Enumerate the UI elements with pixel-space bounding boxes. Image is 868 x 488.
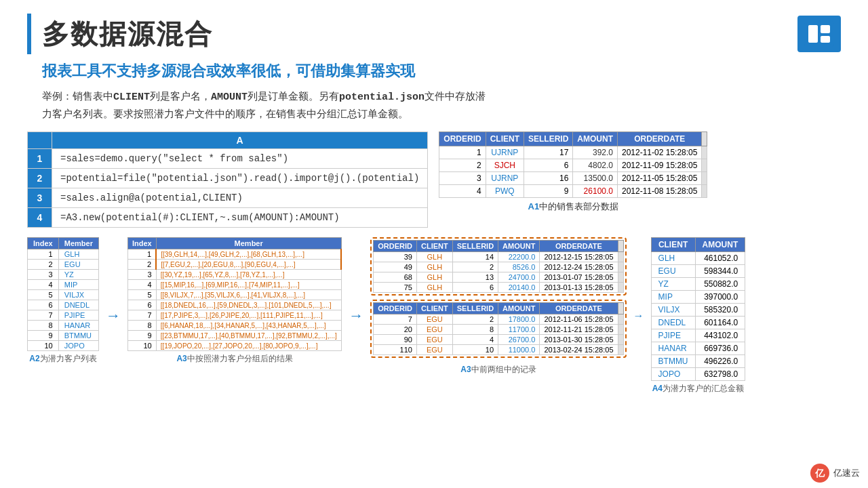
formula-cell: =potential=file("potential.json").read()… [52,169,428,188]
page-title: 多数据源混合 [42,16,213,53]
a3-member: [[19,JOPO,20,...],[27,JOPO,20,...],[80,J… [156,341,341,351]
a4-client: VILJX [651,304,695,317]
scrollbar-cell [618,314,623,325]
table-row: YZ 550882.0 [651,278,745,291]
a3-member: [[8,VILJX,7,...],[35,VILJX,6,...],[41,VI… [156,290,341,300]
potential-member: DNEDL [58,300,98,310]
table-row: 49 GLH 2 8526.0 2012-12-24 15:28:05 [374,262,623,272]
list-item: 6 [[18,DNEDL,16,...],[59,DNEDL,3,...],[1… [127,300,341,310]
rec-amount: 22200.0 [498,252,540,262]
potential-index: 10 [28,341,59,351]
list-item: 9 [[23,BTMMU,17,...],[40,BTMMU,17,...],[… [127,331,341,341]
potential-caption-blue: A2 [29,354,39,363]
sales-orderdate: 2012-11-05 15:28:05 [618,172,702,185]
arrow-3: → [633,310,644,322]
sales-col-orderdate: ORDERDATE [618,132,702,146]
table-row: GLH 461052.0 [651,252,745,265]
a3-member: [[6,HANAR,18,...],[34,HANAR,5,...],[43,H… [156,321,341,331]
brand-logo: 亿 [810,464,829,483]
potential-index: 8 [28,321,59,331]
list-item: 7 [[17,PJIPE,3,...],[26,PJIPE,20,...],[1… [127,310,341,321]
sales-orderdate: 2012-11-09 15:28:05 [618,159,702,172]
record-col: CLIENT [416,241,452,252]
a3-col-index: Index [127,238,156,249]
a3-group1-table: ORDERIDCLIENTSELLERIDAMOUNTORDERDATE 39 … [373,240,623,293]
a3-index: 8 [127,321,156,331]
rec-orderid: 90 [374,335,417,345]
rec-sellerid: 6 [452,283,498,293]
a4-caption: A4为潜力客户的汇总金额 [651,383,746,394]
potential-index: 7 [28,310,59,321]
sales-amount: 392.0 [573,146,618,159]
rec-orderdate: 2012-12-15 15:28:05 [540,252,618,262]
rec-amount: 11000.0 [498,345,540,355]
a3-member: [[30,YZ,19,...],[65,YZ,8,...],[78,YZ,1,.… [156,270,341,280]
a4-amount: 632798.0 [695,368,745,381]
sales-row: 4 PWQ 9 26100.0 2012-11-08 15:28:05 [439,185,707,198]
title-bar [27,14,31,54]
potential-index: 3 [28,270,59,280]
formula-cell: =A3.new(potential(#):CLIENT,~.sum(AMOUNT… [52,208,428,228]
svg-text:亿: 亿 [814,468,825,479]
list-item: 7 PJIPE [28,310,99,321]
potential-caption-text: 为潜力客户列表 [40,354,97,363]
scrollbar-cell [618,345,623,355]
sales-col-orderid: ORDERID [439,132,486,146]
formula-row: 1 =sales=demo.query("select * from sales… [28,149,428,169]
rec-sellerid: 2 [452,314,498,325]
rec-orderid: 20 [374,325,417,335]
potential-index: 1 [28,249,59,260]
a3-index: 4 [127,280,156,290]
potential-member: MIP [58,280,98,290]
a3-grouped-caption: A3中按照潜力客户分组后的结果 [127,353,342,365]
record-col: AMOUNT [498,241,540,252]
list-item: 3 YZ [28,270,99,280]
table-row: VILJX 585320.0 [651,304,745,317]
sales-orderdate: 2012-11-08 15:28:05 [618,185,702,198]
a4-client: MIP [651,291,695,304]
a3-member: [[15,MIP,16,...],[69,MIP,16,...],[74,MIP… [156,280,341,290]
table-row: 90 EGU 4 26700.0 2013-01-30 15:28:05 [374,335,623,345]
rec-amount: 26700.0 [498,335,540,345]
scrollbar-cell [618,283,623,293]
formula-row-num: 1 [28,149,52,169]
list-item: 4 [[15,MIP,16,...],[69,MIP,16,...],[74,M… [127,280,341,290]
a3-member: [[23,BTMMU,17,...],[40,BTMMU,17,...],[92… [156,331,341,341]
potential-caption: A2为潜力客户列表 [27,353,99,365]
scrollbar-cell [702,159,707,172]
sales-row: 2 SJCH 6 4802.0 2012-11-09 15:28:05 [439,159,707,172]
rec-client: GLH [416,252,452,262]
table-row: BTMMU 496226.0 [651,355,745,368]
subtitle: 报表工具不支持多源混合或效率很低，可借助集算器实现 [42,61,841,81]
record-col: CLIENT [416,303,452,314]
list-item: 5 VILJX [28,290,99,300]
rec-orderdate: 2013-01-13 15:28:05 [540,283,618,293]
list-item: 1 [[39,GLH,14,...],[49,GLH,2,...],[68,GL… [127,249,341,260]
a3-grouped-caption-blue: A3 [176,354,186,363]
a3-index: 10 [127,341,156,351]
sales-orderid: 2 [439,159,486,172]
a4-amount: 585320.0 [695,304,745,317]
desc-line2: 力客户名列表。要求按照潜力客户文件中的顺序，在销售表中分组汇总订单金额。 [42,108,408,119]
a3-index: 9 [127,331,156,341]
a3-index: 5 [127,290,156,300]
slide: 多数据源混合 报表工具不支持多源混合或效率很低，可借助集算器实现 举例：销售表中… [0,0,868,488]
top-content: A 1 =sales=demo.query("select * from sal… [27,131,841,228]
list-item: 9 BTMMU [28,331,99,341]
a4-section: CLIENT AMOUNT GLH 461052.0 EGU 598344.0 … [651,237,746,394]
arrow-2: → [349,307,363,325]
scrollbar-cell [618,325,623,335]
rec-orderdate: 2012-11-21 15:28:05 [540,325,618,335]
table-row: 39 GLH 14 22200.0 2012-12-15 15:28:05 [374,252,623,262]
sales-sellerid: 6 [524,159,572,172]
a3-col-member: Member [156,238,341,249]
list-item: 2 EGU [28,260,99,270]
list-item: 8 HANAR [28,321,99,331]
a4-amount: 550882.0 [695,278,745,291]
rec-amount: 11700.0 [498,325,540,335]
formula-table-col-header: A [52,132,428,149]
a4-client: HANAR [651,342,695,355]
svg-rect-1 [808,25,818,43]
a3-member: [[18,DNEDL,16,...],[59,DNEDL,3,...],[101… [156,300,341,310]
rec-orderid: 110 [374,345,417,355]
